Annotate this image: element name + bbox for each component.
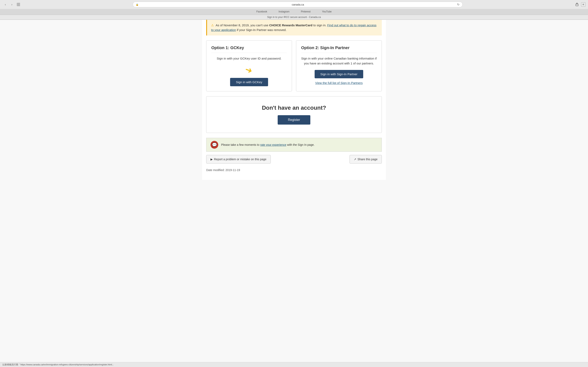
report-button-label: Report a problem or mistake on this page bbox=[214, 158, 267, 161]
new-tab-button[interactable]: + bbox=[581, 2, 586, 7]
options-grid: Option 1: GCKey Sign in with your GCKey … bbox=[206, 40, 382, 91]
instagram-link[interactable]: Instagram bbox=[277, 9, 291, 15]
option1-button-area: ➜ Sign in with GCKey bbox=[211, 65, 287, 86]
option2-description: Sign in with your online Canadian bankin… bbox=[301, 56, 377, 66]
warning-banner: ⚠ As of November 8, 2019, you can't use … bbox=[206, 20, 382, 35]
register-section: Don't have an account? Register bbox=[206, 96, 382, 133]
address-bar[interactable]: 🔒 canada.ca ↻ bbox=[133, 2, 462, 7]
report-problem-button[interactable]: ▶ Report a problem or mistake on this pa… bbox=[206, 155, 271, 164]
date-modified-value: 2019-11-19 bbox=[225, 168, 240, 172]
date-modified: Date modified: 2019-11-19 bbox=[206, 168, 382, 172]
facebook-link[interactable]: Facebook bbox=[255, 9, 269, 15]
youtube-link[interactable]: YouTube bbox=[320, 9, 333, 15]
nav-buttons: ‹ › bbox=[2, 2, 21, 7]
feedback-text: Please take a few moments to rate your e… bbox=[221, 143, 315, 146]
address-bar-container: 🔒 canada.ca ↻ bbox=[23, 2, 572, 7]
feedback-banner: 💬 Please take a few moments to rate your… bbox=[206, 138, 382, 152]
share-action-button[interactable] bbox=[574, 2, 580, 7]
social-tab-bar: Facebook Instagram Pinterest YouTube bbox=[0, 9, 588, 15]
forward-button[interactable]: › bbox=[9, 2, 15, 7]
date-modified-label: Date modified: bbox=[206, 168, 225, 172]
feedback-text-before: Please take a few moments to bbox=[221, 143, 260, 146]
svg-rect-3 bbox=[17, 3, 17, 6]
warning-text-before: As of November 8, 2019, you can't use bbox=[216, 24, 269, 27]
lock-icon: 🔒 bbox=[136, 3, 139, 6]
sign-in-gckey-button[interactable]: Sign in with GCKey bbox=[230, 78, 268, 86]
reload-button[interactable]: ↻ bbox=[457, 3, 459, 6]
view-partners-link[interactable]: View the full list of Sign-In Partners bbox=[315, 81, 363, 85]
option1-description: Sign in with your GCKey user ID and pass… bbox=[211, 56, 287, 61]
page-title-bar: Sign in to your IRCC secure account - Ca… bbox=[0, 15, 588, 20]
register-heading: Don't have an account? bbox=[211, 105, 377, 111]
pinterest-link[interactable]: Pinterest bbox=[299, 9, 312, 15]
share-button-label: Share this page bbox=[357, 158, 378, 161]
url-text: canada.ca bbox=[140, 3, 456, 6]
register-button[interactable]: Register bbox=[278, 115, 310, 125]
report-arrow-icon: ▶ bbox=[210, 158, 213, 161]
share-page-button[interactable]: ↗ Share this page bbox=[350, 155, 382, 164]
warning-text-after: if your Sign-In Partner was removed. bbox=[237, 28, 286, 32]
yellow-arrow-icon: ➜ bbox=[243, 64, 254, 76]
sidebar-button[interactable] bbox=[16, 2, 21, 7]
warning-icon: ⚠ bbox=[211, 24, 214, 27]
feedback-link[interactable]: rate your experience bbox=[260, 143, 286, 146]
footer-buttons: ▶ Report a problem or mistake on this pa… bbox=[206, 155, 382, 164]
browser-actions: + bbox=[574, 2, 586, 7]
page-content: ⚠ As of November 8, 2019, you can't use … bbox=[202, 20, 386, 180]
browser-chrome: ‹ › 🔒 canada.ca ↻ bbox=[0, 0, 588, 20]
share-icon: ↗ bbox=[354, 158, 356, 161]
warning-bold-text: CHOICE Rewards MasterCard bbox=[269, 24, 312, 27]
browser-toolbar: ‹ › 🔒 canada.ca ↻ bbox=[0, 0, 588, 9]
option1-title: Option 1: GCKey bbox=[211, 45, 287, 53]
sign-in-partner-button[interactable]: Sign in with Sign-In Partner bbox=[315, 70, 363, 78]
feedback-text-after: with the Sign In page. bbox=[286, 143, 315, 146]
option2-button-area: Sign in with Sign-In Partner View the fu… bbox=[301, 70, 377, 85]
feedback-icon: 💬 bbox=[210, 141, 218, 149]
option2-card: Option 2: Sign-In Partner Sign in with y… bbox=[296, 40, 382, 91]
browser-tab-title: Sign in to your IRCC secure account - Ca… bbox=[267, 16, 321, 18]
warning-text-middle: to sign in. bbox=[313, 24, 327, 27]
back-button[interactable]: ‹ bbox=[2, 2, 8, 7]
option2-title: Option 2: Sign-In Partner bbox=[301, 45, 377, 53]
option1-card: Option 1: GCKey Sign in with your GCKey … bbox=[206, 40, 292, 91]
